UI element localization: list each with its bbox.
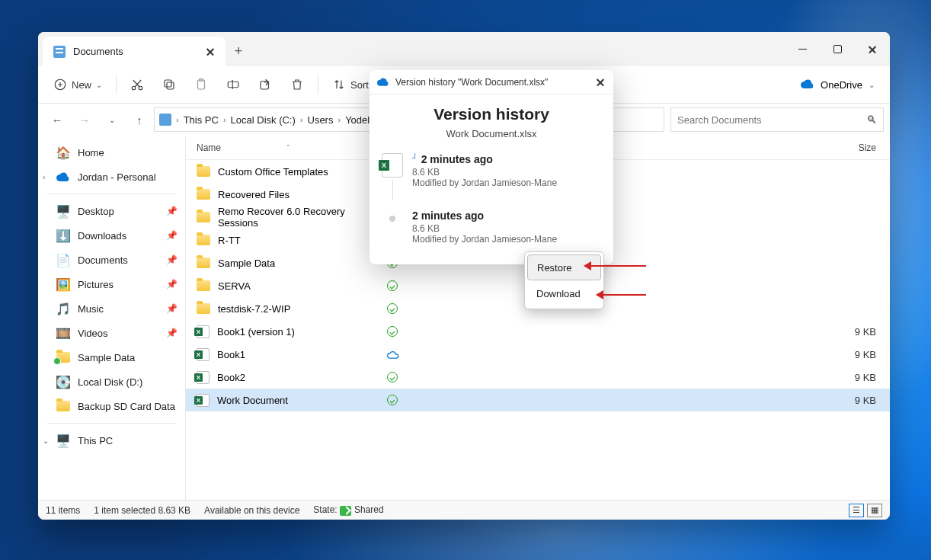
file-name: SERVA bbox=[218, 280, 251, 292]
file-name: R-TT bbox=[218, 235, 241, 246]
excel-icon bbox=[382, 153, 403, 178]
sidebar-item-label: Pictures bbox=[78, 279, 114, 290]
sort-label: Sort bbox=[350, 79, 369, 91]
status-items: 11 items bbox=[46, 505, 80, 516]
folder-icon bbox=[197, 280, 210, 291]
close-tab-icon[interactable] bbox=[206, 47, 215, 56]
sidebar-item[interactable]: 💽Local Disk (D:) bbox=[38, 370, 185, 394]
cloud-icon bbox=[56, 170, 70, 184]
sidebar-item-label: Music bbox=[78, 303, 104, 315]
titlebar: Documents + bbox=[38, 32, 890, 66]
breadcrumb-seg[interactable]: This PC bbox=[184, 114, 219, 126]
paste-button[interactable] bbox=[187, 72, 216, 98]
file-row[interactable]: Book2 9 KB bbox=[186, 366, 890, 389]
file-name: testdisk-7.2-WIP bbox=[218, 303, 290, 315]
sidebar-item[interactable]: ⬇️Downloads📌 bbox=[38, 223, 185, 248]
folder-icon: 🖥️ bbox=[56, 204, 70, 218]
sidebar-item[interactable]: Sample Data bbox=[38, 345, 185, 370]
cloud-status-icon bbox=[387, 350, 399, 359]
share-button[interactable] bbox=[251, 72, 280, 98]
chevron-right-icon[interactable]: › bbox=[43, 173, 45, 181]
folder-icon bbox=[197, 258, 210, 268]
popup-header: Version history "Work Document.xlsx" bbox=[370, 70, 613, 94]
new-button[interactable]: New ⌄ bbox=[46, 72, 110, 98]
file-row[interactable]: Work Document 9 KB bbox=[186, 389, 890, 411]
svg-rect-7 bbox=[167, 82, 174, 89]
excel-icon bbox=[197, 371, 210, 384]
breadcrumb-seg[interactable]: Yodel bbox=[345, 114, 370, 126]
disk-icon: 💽 bbox=[56, 375, 70, 389]
download-menu-item[interactable]: Download bbox=[527, 280, 601, 306]
annotation-arrow bbox=[599, 294, 646, 296]
close-popup-button[interactable] bbox=[595, 77, 606, 88]
chevron-down-icon: ⌄ bbox=[96, 81, 102, 89]
folder-icon: ⬇️ bbox=[56, 229, 70, 242]
file-name: Book1 bbox=[217, 349, 245, 360]
sidebar-home[interactable]: 🏠Home bbox=[38, 140, 185, 165]
sidebar-item[interactable]: 📄Documents📌 bbox=[38, 248, 185, 272]
file-row[interactable]: Book1 9 KB bbox=[186, 343, 890, 366]
statusbar: 11 items 1 item selected 8.63 KB Availab… bbox=[38, 500, 890, 520]
search-box[interactable]: 🔍︎ bbox=[670, 107, 884, 132]
version-size: 8.6 KB bbox=[412, 167, 603, 178]
file-size: 9 KB bbox=[833, 395, 890, 406]
tiles-view-button[interactable]: ▦ bbox=[867, 504, 882, 517]
close-window-button[interactable] bbox=[855, 32, 890, 66]
details-view-button[interactable]: ☰ bbox=[849, 504, 864, 517]
breadcrumb-seg[interactable]: Local Disk (C:) bbox=[231, 114, 296, 126]
cut-button[interactable] bbox=[123, 72, 152, 98]
col-size[interactable]: Size bbox=[833, 142, 890, 153]
folder-icon: 🖼️ bbox=[56, 277, 70, 291]
pin-icon: 📌 bbox=[166, 279, 178, 290]
up-button[interactable]: ↑ bbox=[126, 107, 152, 133]
search-input[interactable] bbox=[677, 114, 866, 126]
sidebar-item[interactable]: 🎞️Videos📌 bbox=[38, 321, 185, 345]
pin-icon: 📌 bbox=[166, 254, 178, 265]
sort-icon bbox=[332, 78, 346, 91]
breadcrumb-seg[interactable]: Users bbox=[308, 114, 334, 126]
sidebar-item[interactable]: 🖼️Pictures📌 bbox=[38, 272, 185, 296]
folder-icon: 📄 bbox=[56, 253, 70, 267]
cloud-icon bbox=[801, 79, 814, 91]
version-item[interactable]: ┘ 2 minutes ago 8.6 KB Modified by Jorda… bbox=[370, 149, 613, 205]
sidebar-item[interactable]: 🎵Music📌 bbox=[38, 296, 185, 321]
version-modified-by: Modified by Jordan Jamieson-Mane bbox=[412, 234, 603, 245]
sidebar-item[interactable]: Backup SD Card Data bbox=[38, 394, 185, 418]
copy-button[interactable] bbox=[155, 72, 184, 98]
file-size: 9 KB bbox=[833, 349, 890, 360]
minimize-button[interactable] bbox=[785, 32, 820, 66]
search-icon[interactable]: 🔍︎ bbox=[866, 114, 877, 126]
cloud-icon bbox=[377, 75, 389, 89]
sidebar-personal[interactable]: ›Jordan - Personal bbox=[38, 165, 185, 189]
delete-button[interactable] bbox=[283, 72, 312, 98]
sidebar-item[interactable]: 🖥️Desktop📌 bbox=[38, 199, 185, 223]
shared-icon bbox=[340, 506, 351, 516]
status-state: State: Shared bbox=[313, 504, 383, 515]
file-size: 9 KB bbox=[833, 326, 890, 338]
pin-icon: 📌 bbox=[166, 206, 178, 216]
tab-documents[interactable]: Documents bbox=[43, 37, 226, 66]
location-icon bbox=[159, 114, 171, 126]
file-name: Book1 (version 1) bbox=[217, 326, 295, 338]
version-item[interactable]: 2 minutes ago 8.6 KB Modified by Jordan … bbox=[370, 205, 613, 249]
new-tab-button[interactable]: + bbox=[226, 37, 251, 66]
share-icon bbox=[258, 78, 272, 91]
popup-title: Version history bbox=[370, 105, 613, 123]
forward-button[interactable]: → bbox=[72, 107, 98, 133]
file-name: Custom Office Templates bbox=[218, 166, 328, 178]
version-history-popup: Version history "Work Document.xlsx" Ver… bbox=[370, 70, 613, 264]
col-name[interactable]: Name˄ bbox=[197, 142, 387, 153]
rename-button[interactable] bbox=[219, 72, 248, 98]
chevron-down-icon[interactable]: ⌄ bbox=[43, 437, 49, 445]
onedrive-button[interactable]: OneDrive ⌄ bbox=[793, 72, 882, 98]
back-button[interactable]: ← bbox=[44, 107, 70, 133]
version-time: ┘ 2 minutes ago bbox=[412, 153, 603, 165]
plus-circle-icon bbox=[53, 78, 67, 91]
file-row[interactable]: Book1 (version 1) 9 KB bbox=[186, 320, 890, 343]
history-dropdown[interactable]: ⌄ bbox=[99, 107, 125, 133]
sidebar-this-pc[interactable]: ⌄🖥️This PC bbox=[38, 428, 185, 453]
home-icon: 🏠 bbox=[56, 146, 70, 159]
status-selected: 1 item selected 8.63 KB bbox=[94, 505, 190, 516]
synced-status-icon bbox=[387, 280, 398, 291]
maximize-button[interactable] bbox=[820, 32, 855, 66]
